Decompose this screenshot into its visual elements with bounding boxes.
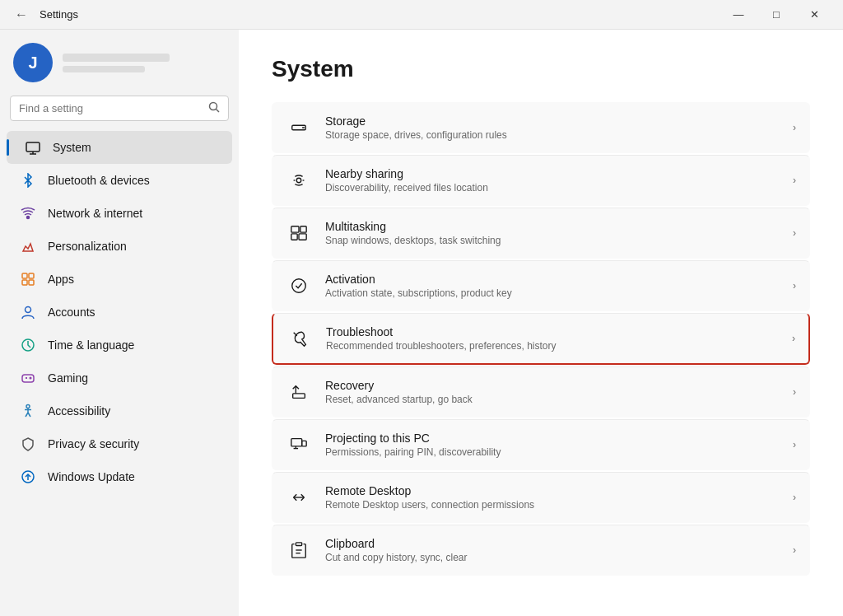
setting-text-remote: Remote Desktop Remote Desktop users, con… <box>325 484 780 511</box>
setting-name-storage: Storage <box>325 114 780 128</box>
sidebar-item-bluetooth[interactable]: Bluetooth & devices <box>7 164 232 197</box>
storage-icon <box>286 114 312 141</box>
svg-line-19 <box>26 413 28 417</box>
sidebar-item-label-accounts: Accounts <box>48 306 95 319</box>
sidebar-item-network[interactable]: Network & internet <box>7 197 232 230</box>
svg-point-25 <box>296 178 301 183</box>
update-icon <box>20 469 36 485</box>
main-content: System Storage Storage space, drives, co… <box>239 30 843 616</box>
svg-point-5 <box>27 217 30 219</box>
activation-icon <box>286 273 312 299</box>
sidebar-item-label-gaming: Gaming <box>48 371 88 385</box>
setting-item-recovery[interactable]: Recovery Reset, advanced startup, go bac… <box>272 366 810 418</box>
back-button[interactable]: ← <box>10 3 33 26</box>
search-input[interactable] <box>19 102 202 114</box>
projecting-icon <box>286 432 312 458</box>
minimize-button[interactable]: — <box>720 0 757 30</box>
nav-list: System Bluetooth & devices <box>0 131 239 493</box>
sidebar-item-label-network: Network & internet <box>48 207 142 220</box>
chevron-icon-nearby: › <box>793 175 796 186</box>
setting-text-storage: Storage Storage space, drives, configura… <box>325 114 780 141</box>
page-title: System <box>272 56 810 82</box>
sidebar-item-label-apps: Apps <box>48 273 74 286</box>
user-section: J <box>0 30 239 92</box>
svg-rect-31 <box>299 234 306 240</box>
sidebar-item-gaming[interactable]: Gaming <box>7 362 232 394</box>
sidebar-item-apps[interactable]: Apps <box>7 263 232 296</box>
setting-name-nearby: Nearby sharing <box>325 167 780 180</box>
sidebar-item-label-accessibility: Accessibility <box>48 404 110 418</box>
sidebar-item-label-system: System <box>53 141 91 154</box>
sidebar-item-system[interactable]: System <box>7 131 232 164</box>
svg-rect-36 <box>302 441 307 446</box>
svg-rect-29 <box>300 226 306 232</box>
setting-name-clipboard: Clipboard <box>325 537 780 550</box>
window-controls: — □ ✕ <box>720 0 833 30</box>
svg-point-16 <box>26 405 30 408</box>
setting-desc-recovery: Reset, advanced startup, go back <box>325 394 780 405</box>
setting-desc-storage: Storage space, drives, configuration rul… <box>325 129 780 141</box>
setting-name-recovery: Recovery <box>325 379 780 392</box>
nav-item-wrapper-system: System <box>0 131 239 164</box>
svg-point-32 <box>292 279 306 293</box>
troubleshoot-icon <box>286 325 313 352</box>
setting-item-projecting[interactable]: Projecting to this PC Permissions, pairi… <box>272 419 810 470</box>
setting-desc-activation: Activation state, subscriptions, product… <box>325 287 780 299</box>
user-info <box>63 54 170 72</box>
svg-rect-35 <box>291 439 302 446</box>
close-button[interactable]: ✕ <box>795 0 833 30</box>
app-title: Settings <box>40 8 78 21</box>
setting-name-multitasking: Multitasking <box>325 220 780 233</box>
sidebar-item-time[interactable]: Time & language <box>7 329 232 362</box>
setting-text-activation: Activation Activation state, subscriptio… <box>325 273 780 299</box>
maximize-button[interactable]: □ <box>757 0 795 30</box>
setting-item-troubleshoot[interactable]: Troubleshoot Recommended troubleshooters… <box>272 313 810 365</box>
svg-rect-8 <box>22 280 27 285</box>
search-box[interactable] <box>10 96 229 121</box>
chevron-icon-remote: › <box>793 492 796 503</box>
sidebar-item-update[interactable]: Windows Update <box>7 460 232 493</box>
sidebar-item-label-personalization: Personalization <box>48 240 127 253</box>
network-icon <box>20 205 36 222</box>
app-body: J <box>0 30 843 616</box>
chevron-icon-recovery: › <box>793 386 796 398</box>
sidebar-item-privacy[interactable]: Privacy & security <box>7 427 232 460</box>
svg-line-1 <box>217 110 220 113</box>
sidebar-item-personalization[interactable]: Personalization <box>7 230 232 263</box>
svg-rect-44 <box>296 543 301 546</box>
chevron-icon-storage: › <box>793 122 796 133</box>
setting-text-clipboard: Clipboard Cut and copy history, sync, cl… <box>325 537 780 563</box>
sidebar-item-label-update: Windows Update <box>48 470 135 483</box>
bluetooth-icon <box>20 172 36 189</box>
search-icon <box>208 101 220 115</box>
setting-item-nearby[interactable]: Nearby sharing Discoverability, received… <box>272 155 810 206</box>
personalization-icon <box>20 238 36 254</box>
setting-item-storage[interactable]: Storage Storage space, drives, configura… <box>272 102 810 153</box>
chevron-icon-projecting: › <box>793 439 796 450</box>
chevron-icon-troubleshoot: › <box>792 333 795 344</box>
gaming-icon <box>20 370 36 386</box>
svg-rect-6 <box>22 273 27 278</box>
svg-point-15 <box>30 377 31 379</box>
setting-desc-nearby: Discoverability, received files location <box>325 182 780 194</box>
setting-desc-remote: Remote Desktop users, connection permiss… <box>325 499 780 511</box>
setting-name-troubleshoot: Troubleshoot <box>326 325 779 338</box>
setting-name-projecting: Projecting to this PC <box>325 432 780 445</box>
time-icon <box>20 337 36 353</box>
setting-text-projecting: Projecting to this PC Permissions, pairi… <box>325 432 780 458</box>
sidebar-item-accounts[interactable]: Accounts <box>7 296 232 329</box>
setting-item-remote[interactable]: Remote Desktop Remote Desktop users, con… <box>272 472 810 523</box>
setting-text-nearby: Nearby sharing Discoverability, received… <box>325 167 780 194</box>
setting-desc-clipboard: Cut and copy history, sync, clear <box>325 552 780 563</box>
sidebar-item-label-bluetooth: Bluetooth & devices <box>48 174 150 187</box>
setting-text-multitasking: Multitasking Snap windows, desktops, tas… <box>325 220 780 246</box>
setting-item-clipboard[interactable]: Clipboard Cut and copy history, sync, cl… <box>272 525 810 576</box>
sidebar-item-label-time: Time & language <box>48 338 134 352</box>
svg-rect-34 <box>293 394 305 399</box>
multitasking-icon <box>286 220 312 246</box>
setting-desc-multitasking: Snap windows, desktops, task switching <box>325 235 780 246</box>
setting-item-activation[interactable]: Activation Activation state, subscriptio… <box>272 260 810 311</box>
sidebar-item-accessibility[interactable]: Accessibility <box>7 394 232 427</box>
setting-item-multitasking[interactable]: Multitasking Snap windows, desktops, tas… <box>272 208 810 259</box>
svg-line-20 <box>28 413 30 417</box>
